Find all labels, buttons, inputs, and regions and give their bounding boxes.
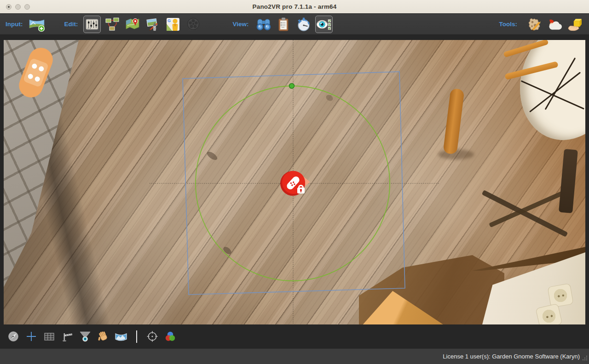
linked-photos-icon <box>104 17 120 32</box>
compass-icon <box>7 330 19 342</box>
blue-crosshair-icon <box>25 330 37 342</box>
map-pin-icon <box>125 17 140 32</box>
viewer-area <box>0 35 589 348</box>
animation-editor-button[interactable] <box>185 16 202 33</box>
pan-mode-button[interactable] <box>96 330 110 343</box>
viewer-toolbar <box>0 324 589 348</box>
target-icon <box>146 330 159 343</box>
tools-group: Tools: <box>499 16 584 33</box>
view-label: View: <box>232 21 248 28</box>
tools-label: Tools: <box>499 21 518 28</box>
grid-icon <box>43 330 55 342</box>
skin-pencil-icon <box>526 17 543 32</box>
sliders-panel-icon <box>84 17 100 32</box>
binoculars-icon <box>255 17 272 32</box>
compass-button[interactable] <box>6 330 20 343</box>
tour-map-button[interactable] <box>124 16 141 33</box>
hand-box-icon <box>566 17 583 32</box>
gnome-cloud-icon <box>546 17 563 32</box>
input-group <box>28 16 46 33</box>
minimize-button[interactable] <box>15 4 21 10</box>
center-view-button[interactable] <box>145 330 159 343</box>
rgb-circles-icon <box>164 330 177 343</box>
panorama-add-icon <box>29 17 45 32</box>
panorama-thumb-icon <box>115 330 127 342</box>
package-viewer-button[interactable] <box>566 16 583 33</box>
photo-gnome-icon <box>145 17 161 32</box>
panorama-input-button[interactable] <box>28 16 46 33</box>
zoom-button[interactable] <box>24 4 30 10</box>
street-view-pegman-icon: G <box>165 17 181 32</box>
skin-editor-button[interactable] <box>525 16 543 33</box>
tour-browser-button[interactable] <box>104 16 121 33</box>
output-preview-button[interactable] <box>315 16 333 33</box>
resize-grip[interactable] <box>582 354 588 363</box>
titlebar: Pano2VR pro 7.1.1a - arm64 <box>0 0 589 14</box>
close-button[interactable] <box>6 4 12 10</box>
eye-checklist-icon <box>316 17 332 32</box>
editor-overlay <box>4 40 585 324</box>
clipboard-icon <box>276 17 291 32</box>
input-label: Input: <box>6 21 23 28</box>
view-cone-button[interactable] <box>78 330 92 343</box>
crosshair-button[interactable] <box>24 330 38 343</box>
limits-button[interactable] <box>60 330 74 343</box>
project-notes-button[interactable] <box>275 16 292 33</box>
barrier-icon <box>61 330 73 342</box>
edit-group: G <box>83 16 202 33</box>
view-cone-eye-icon <box>79 330 92 342</box>
edit-label: Edit: <box>64 21 78 28</box>
gnome-cloud-button[interactable] <box>546 16 563 33</box>
panorama-canvas[interactable] <box>4 40 585 324</box>
main-toolbar: Input: Edit: <box>0 14 589 35</box>
panorama-view-button[interactable] <box>114 330 128 343</box>
circle-handle[interactable] <box>289 84 294 89</box>
statusbar: License 1 user(s): Garden Gnome Software… <box>0 348 589 364</box>
street-view-button[interactable]: G <box>164 16 182 33</box>
traffic-lights <box>6 0 30 14</box>
app-window: Pano2VR pro 7.1.1a - arm64 Input: Edit: <box>0 0 589 364</box>
patch-editor-button[interactable] <box>144 16 162 33</box>
viewing-parameters-button[interactable] <box>83 16 101 33</box>
toolbar-divider <box>136 330 137 343</box>
view-group <box>254 16 333 33</box>
stopwatch-icon <box>296 17 312 32</box>
window-title: Pano2VR pro 7.1.1a - arm64 <box>252 3 336 10</box>
find-panoramas-button[interactable] <box>254 16 272 33</box>
bandage-sticker[interactable] <box>16 44 57 101</box>
svg-text:G: G <box>167 18 171 23</box>
license-text: License 1 user(s): Garden Gnome Software… <box>443 353 580 360</box>
stopwatch-button[interactable] <box>295 16 312 33</box>
grid-button[interactable] <box>42 330 56 343</box>
patch-marker-locked[interactable] <box>280 171 310 196</box>
color-channels-button[interactable] <box>163 330 177 343</box>
hand-icon <box>97 330 110 342</box>
film-reel-icon <box>185 17 201 32</box>
